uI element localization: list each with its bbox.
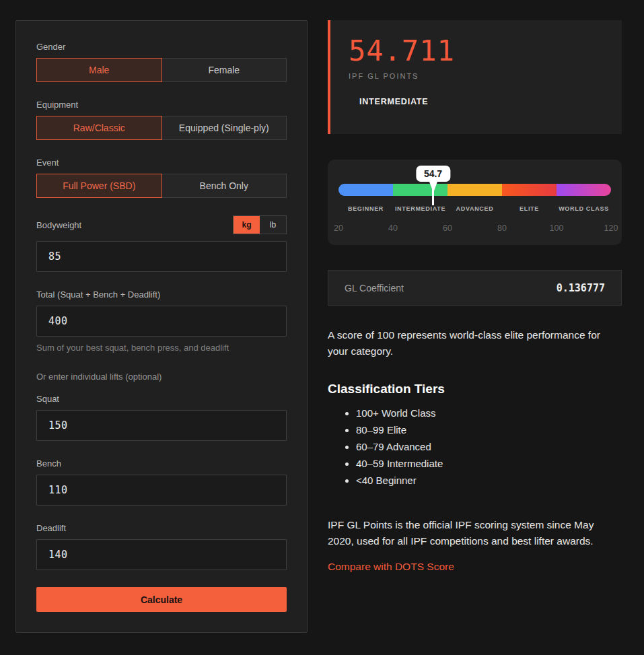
bodyweight-field: Bodyweight kg lb xyxy=(36,215,287,272)
tiers-list: 100+ World Class80–99 Elite60–79 Advance… xyxy=(328,407,622,486)
axis-tick-label: 20 xyxy=(334,223,343,233)
deadlift-input[interactable] xyxy=(36,539,287,570)
score-explanation-text: A score of 100 represents world-class el… xyxy=(328,327,622,359)
tier-item: <40 Beginner xyxy=(356,475,622,486)
tier-item: 60–79 Advanced xyxy=(356,441,622,452)
classification-badge: INTERMEDIATE xyxy=(359,97,603,106)
tier-label: ELITE xyxy=(520,205,539,212)
total-helper-text: Sum of your best squat, bench press, and… xyxy=(36,343,287,353)
axis-tick-label: 40 xyxy=(388,223,398,233)
equipment-label: Equipment xyxy=(36,100,287,110)
deadlift-field: Deadlift xyxy=(36,523,287,570)
gender-field: Gender Male Female xyxy=(36,42,287,82)
gl-coefficient-label: GL Coefficient xyxy=(345,283,404,294)
axis-tick-label: 60 xyxy=(443,223,452,233)
axis-tick-label: 120 xyxy=(604,223,618,233)
tier-label: BEGINNER xyxy=(348,205,384,212)
gl-coefficient-value: 0.136777 xyxy=(557,282,605,294)
unit-option-kg[interactable]: kg xyxy=(234,216,260,234)
squat-label: Squat xyxy=(36,394,287,404)
results-column: 54.711 IPF GL POINTS INTERMEDIATE 54.7 B… xyxy=(328,20,622,573)
tier-labels-row: BEGINNERINTERMEDIATEADVANCEDELITEWORLD C… xyxy=(338,205,611,213)
score-card: 54.711 IPF GL POINTS INTERMEDIATE xyxy=(328,20,622,134)
tier-item: 40–59 Intermediate xyxy=(356,458,622,469)
axis-ticks-row: 20406080100120 xyxy=(338,223,611,233)
event-option-bench-only[interactable]: Bench Only xyxy=(162,174,287,198)
event-label: Event xyxy=(36,158,287,168)
calculate-button[interactable]: Calculate xyxy=(36,587,287,612)
equipment-option-raw[interactable]: Raw/Classic xyxy=(36,116,162,140)
classification-scale-bar xyxy=(338,184,611,196)
bench-label: Bench xyxy=(36,458,287,469)
axis-tick-label: 80 xyxy=(497,223,507,233)
equipment-option-equipped[interactable]: Equipped (Single-ply) xyxy=(162,116,287,140)
tier-label: WORLD CLASS xyxy=(559,205,609,212)
squat-input[interactable] xyxy=(36,410,287,441)
individual-lifts-note: Or enter individual lifts (optional) xyxy=(36,372,287,382)
ipf-gl-points-calculator: Gender Male Female Equipment Raw/Classic… xyxy=(0,0,644,655)
bodyweight-label: Bodyweight xyxy=(36,220,81,230)
bench-field: Bench xyxy=(36,458,287,506)
total-label: Total (Squat + Bench + Deadlift) xyxy=(36,289,287,300)
bodyweight-input[interactable] xyxy=(36,241,287,272)
classification-scale-card: 54.7 BEGINNERINTERMEDIATEADVANCEDELITEWO… xyxy=(328,160,622,245)
squat-field: Squat xyxy=(36,394,287,441)
score-marker-tooltip: 54.7 xyxy=(416,166,450,182)
axis-tick-label: 100 xyxy=(550,223,564,233)
bench-input[interactable] xyxy=(36,475,287,506)
deadlift-label: Deadlift xyxy=(36,523,287,533)
tier-item: 80–99 Elite xyxy=(356,424,622,436)
about-text: IPF GL Points is the official IPF scorin… xyxy=(328,517,622,549)
gender-toggle-group: Male Female xyxy=(36,58,287,82)
equipment-toggle-group: Raw/Classic Equipped (Single-ply) xyxy=(36,116,287,140)
tier-label: ADVANCED xyxy=(456,205,494,212)
score-value: 54.711 xyxy=(349,35,603,67)
total-input[interactable] xyxy=(36,306,287,337)
tier-label: INTERMEDIATE xyxy=(395,205,445,212)
equipment-field: Equipment Raw/Classic Equipped (Single-p… xyxy=(36,100,287,140)
compare-dots-link[interactable]: Compare with DOTS Score xyxy=(328,561,454,573)
gender-option-female[interactable]: Female xyxy=(162,58,287,82)
unit-option-lb[interactable]: lb xyxy=(260,216,286,234)
unit-toggle-group: kg lb xyxy=(233,215,287,234)
gl-coefficient-card: GL Coefficient 0.136777 xyxy=(328,270,622,306)
classification-scale: 54.7 xyxy=(338,184,611,196)
event-field: Event Full Power (SBD) Bench Only xyxy=(36,158,287,198)
event-toggle-group: Full Power (SBD) Bench Only xyxy=(36,174,287,198)
score-label: IPF GL POINTS xyxy=(349,72,603,80)
tier-item: 100+ World Class xyxy=(356,407,622,419)
total-field: Total (Squat + Bench + Deadlift) Sum of … xyxy=(36,289,287,353)
tiers-heading: Classification Tiers xyxy=(328,382,622,397)
gender-option-male[interactable]: Male xyxy=(36,58,162,82)
gender-label: Gender xyxy=(36,42,287,52)
calculator-form-card: Gender Male Female Equipment Raw/Classic… xyxy=(15,20,308,633)
event-option-full-power[interactable]: Full Power (SBD) xyxy=(36,174,162,198)
